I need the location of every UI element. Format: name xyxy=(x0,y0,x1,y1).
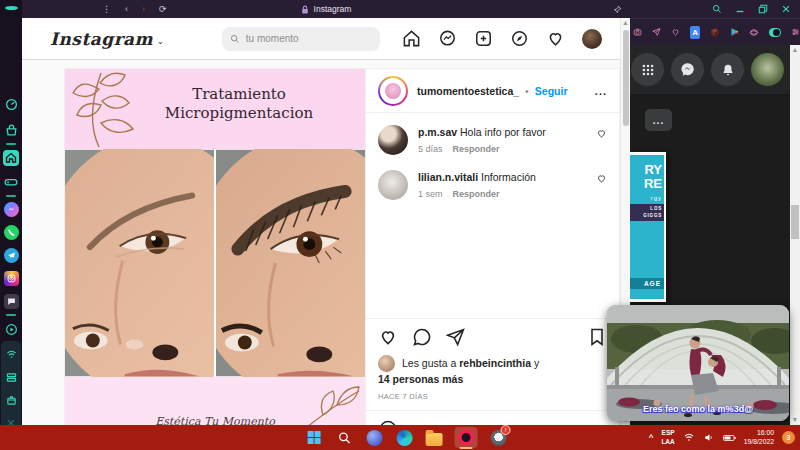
system-tray: ^ ESP LAA 16:00 19/8/2022 3 xyxy=(649,425,795,450)
send-icon[interactable] xyxy=(652,26,661,38)
gx-store-basket-icon[interactable] xyxy=(3,122,19,138)
taskbar-search-button[interactable] xyxy=(335,428,354,447)
comment-row: lilian.n.vitali Información 1 sem Respon… xyxy=(378,170,607,200)
apps-grid-button[interactable] xyxy=(631,53,664,86)
settings-sliders-icon[interactable] xyxy=(791,26,800,38)
chevron-down-icon[interactable]: ⌄ xyxy=(157,37,164,46)
chat-app-icon[interactable] xyxy=(4,294,19,309)
opera-gx-logo-icon[interactable] xyxy=(5,6,18,10)
instagram-feed: Tratamiento Micropigmentacion xyxy=(22,60,620,425)
new-post-icon[interactable] xyxy=(474,29,493,48)
minimize-icon[interactable] xyxy=(735,4,745,14)
page-scrollbar[interactable]: ▲ ▼ xyxy=(790,45,800,425)
post-cover-title: Tratamiento Micropigmentacion xyxy=(119,85,359,123)
gx-home-tab-active[interactable] xyxy=(3,150,19,166)
explore-icon[interactable] xyxy=(510,29,529,48)
messenger-icon[interactable] xyxy=(438,29,457,48)
commenter-username[interactable]: p.m.sav xyxy=(418,126,457,138)
search-input[interactable] xyxy=(246,33,356,44)
globe-app-icon[interactable] xyxy=(749,26,759,39)
gx-wifi-icon[interactable] xyxy=(3,346,19,362)
likes-others[interactable]: 14 personas más xyxy=(378,373,463,385)
profile-avatar[interactable] xyxy=(582,29,602,49)
author-avatar[interactable] xyxy=(378,76,408,106)
home-icon[interactable] xyxy=(402,29,421,48)
post-more-button[interactable]: ... xyxy=(645,109,672,131)
sidebar-divider xyxy=(6,314,16,316)
volume-icon[interactable] xyxy=(703,432,715,443)
scrollbar-thumb[interactable] xyxy=(623,30,629,126)
like-comment-icon[interactable] xyxy=(596,173,607,184)
share-icon[interactable] xyxy=(446,327,466,347)
language-indicator[interactable]: ESP LAA xyxy=(661,429,674,445)
commenter-username[interactable]: lilian.n.vitali xyxy=(418,171,478,183)
account-avatar[interactable] xyxy=(751,53,784,86)
reload-icon[interactable]: ⟳ xyxy=(159,4,167,14)
cube-app-icon[interactable] xyxy=(710,26,720,39)
whatsapp-app-icon[interactable] xyxy=(4,225,19,240)
heart-icon[interactable] xyxy=(671,26,680,38)
like-comment-icon[interactable] xyxy=(596,128,607,139)
notification-count-badge[interactable]: 3 xyxy=(782,431,795,444)
file-explorer-button[interactable] xyxy=(425,428,444,447)
translate-app-icon[interactable]: A xyxy=(690,26,700,39)
start-button[interactable] xyxy=(305,428,324,447)
liker-avatar[interactable] xyxy=(378,355,395,372)
gx-gamepad-icon[interactable] xyxy=(3,174,19,190)
reply-button[interactable]: Responder xyxy=(453,189,500,199)
post-actions xyxy=(366,318,619,353)
post-timestamp: HACE 7 DÍAS xyxy=(366,387,619,410)
browser-menu-icon[interactable]: ⋮ xyxy=(102,4,111,14)
messenger-button[interactable] xyxy=(671,53,704,86)
activity-heart-icon[interactable] xyxy=(546,29,565,48)
instagram-logo[interactable]: Instagram xyxy=(50,29,153,49)
scroll-up-icon[interactable]: ▲ xyxy=(792,45,799,55)
follow-button[interactable]: Seguir xyxy=(535,85,568,97)
back-icon[interactable]: ‹ xyxy=(125,4,128,14)
clock-app-button[interactable]: ! xyxy=(489,428,508,447)
messenger-app-icon[interactable] xyxy=(4,202,19,217)
tray-expand-icon[interactable]: ^ xyxy=(649,433,654,442)
liker-username[interactable]: rehbeincinthia xyxy=(459,357,531,369)
notifications-button[interactable] xyxy=(711,53,744,86)
gx-corner-speedometer-icon[interactable] xyxy=(3,96,19,112)
gx-box-icon[interactable] xyxy=(3,392,19,408)
reply-button[interactable]: Responder xyxy=(453,144,500,154)
scrollbar-thumb[interactable] xyxy=(791,205,799,239)
post-image[interactable]: Tratamiento Micropigmentacion xyxy=(65,69,365,425)
clock[interactable]: 16:00 19/8/2022 xyxy=(744,429,774,447)
commenter-avatar[interactable] xyxy=(378,170,408,200)
edge-browser-button[interactable] xyxy=(395,428,414,447)
nav-icons xyxy=(402,29,602,49)
pip-video[interactable]: Eres feo como la m%3d@ xyxy=(607,305,789,421)
chat-app-button[interactable] xyxy=(365,428,384,447)
forward-icon: › xyxy=(142,4,145,14)
toggle-on-icon[interactable] xyxy=(769,28,781,37)
scroll-down-icon[interactable]: ▼ xyxy=(792,415,799,425)
facebook-header xyxy=(630,45,790,95)
close-icon[interactable] xyxy=(781,4,791,14)
save-icon[interactable] xyxy=(587,327,607,347)
post-options-icon[interactable]: ... xyxy=(595,85,607,97)
window-search-icon[interactable] xyxy=(712,4,722,14)
restore-icon[interactable] xyxy=(758,4,768,14)
opera-gx-button-active[interactable] xyxy=(455,427,478,448)
search-box[interactable] xyxy=(222,27,380,51)
wifi-icon[interactable] xyxy=(683,432,695,443)
gx-cards-icon[interactable] xyxy=(3,369,19,385)
commenter-avatar[interactable] xyxy=(378,125,408,155)
gx-player-icon[interactable] xyxy=(3,321,19,337)
comment-icon[interactable] xyxy=(412,327,432,347)
scroll-up-icon[interactable]: ▲ xyxy=(622,18,629,28)
browser-window: ⋮ ‹ › ⟳ Instagram Instagram ⌄ xyxy=(22,0,630,425)
instagram-app-icon[interactable] xyxy=(4,271,19,286)
telegram-app-icon[interactable] xyxy=(4,248,19,263)
google-play-icon[interactable] xyxy=(730,26,739,38)
pin-window-icon[interactable] xyxy=(613,5,622,14)
author-username[interactable]: tumomentoestetica_ xyxy=(417,85,519,97)
camera-icon[interactable] xyxy=(633,26,642,38)
battery-icon[interactable] xyxy=(723,433,736,443)
book-cover-image[interactable]: RY RE rgy LOS GIGGS AGE xyxy=(630,152,666,302)
sidebar-divider xyxy=(6,195,16,197)
like-icon[interactable] xyxy=(378,327,398,347)
